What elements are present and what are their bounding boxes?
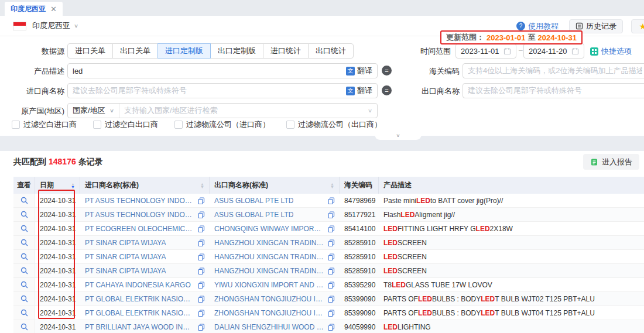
view-magnifier-icon[interactable] [20, 309, 28, 317]
copy-icon[interactable] [198, 211, 205, 218]
exporter-link[interactable]: ZHONGSHAN TONGJIUZHOU INTERNA... [214, 309, 324, 317]
origin-country-select-group[interactable]: 国家/地区 ∨ 支持输入国家/地区进行检索 ∨ [67, 103, 378, 118]
exporter-link[interactable]: DALIAN SHENGZHIHUI WOOD INDUST... [214, 323, 324, 331]
enter-report-button[interactable]: 进入报告 [583, 154, 639, 170]
checkbox-icon[interactable] [286, 121, 294, 129]
exporter-link[interactable]: HANGZHOU XINGCAN TRADING CO LTD [214, 253, 324, 261]
view-cell[interactable] [13, 320, 35, 333]
copy-icon[interactable] [328, 310, 335, 317]
copy-icon[interactable] [328, 197, 335, 204]
importer-link[interactable]: PT GLOBAL ELEKTRIK NASIONAL [85, 309, 194, 317]
column-header-date[interactable]: 日期 ▲▼ [35, 177, 80, 194]
filter-checkbox[interactable]: 过滤空白进口商 [12, 119, 77, 130]
importer-exact-match-toggle-icon[interactable]: = [382, 85, 392, 95]
customs-code-input[interactable]: 支持4位以上海关编码，或2位海关编码加上产品描述、企业名称的任意信息 [463, 63, 644, 78]
view-magnifier-icon[interactable] [20, 295, 28, 303]
copy-icon[interactable] [198, 324, 205, 331]
column-header-exporter[interactable]: 出口商名称(标准) ▲▼ [210, 177, 340, 194]
favorite-button[interactable]: ★ [631, 19, 644, 33]
quick-options-link[interactable]: 快捷选项 [590, 46, 632, 57]
view-magnifier-icon[interactable] [20, 239, 28, 246]
view-cell[interactable] [13, 208, 35, 221]
view-cell[interactable] [13, 264, 35, 277]
country-page-tab[interactable]: 印度尼西亚 ✕ [5, 2, 63, 16]
view-cell[interactable] [13, 292, 35, 305]
exporter-link[interactable]: HANGZHOU XINGCAN TRADING CO LTD [214, 267, 324, 275]
chevron-down-icon[interactable]: ∨ [74, 23, 78, 29]
filter-checkbox[interactable]: 过滤空白出口商 [93, 119, 158, 130]
checkbox-icon[interactable] [12, 121, 20, 129]
importer-link[interactable]: PT ECOGREEN OLEOCHEMICALS [85, 225, 194, 233]
datasource-tab[interactable]: 进口统计 [263, 43, 309, 59]
date-from-input[interactable]: 2023-11-01 [455, 43, 516, 59]
importer-link[interactable]: PT SINAR CIPTA WIJAYA [85, 239, 166, 247]
importer-link[interactable]: PT ASUS TECHNOLOGY INDONESIA BA... [85, 197, 194, 205]
copy-icon[interactable] [328, 296, 335, 303]
importer-link[interactable]: PT BRILLIANT JAYA WOOD INDUSTRY [85, 323, 194, 331]
importer-name-input[interactable]: 建议去除公司尾部字符或特殊符号 文 翻译 [67, 83, 378, 98]
exporter-link[interactable]: YIWU XIONGXIN IMPORT AND EXPORT... [214, 281, 324, 289]
copy-icon[interactable] [198, 281, 205, 289]
filter-checkbox[interactable]: 过滤物流公司（进口商） [174, 119, 270, 130]
view-magnifier-icon[interactable] [20, 267, 28, 274]
collapse-panel-handle[interactable]: ∨ [375, 131, 422, 140]
copy-icon[interactable] [198, 267, 205, 274]
translate-button[interactable]: 文 翻译 [346, 66, 372, 76]
importer-link[interactable]: PT ASUS TECHNOLOGY INDONESIA BA... [85, 211, 194, 219]
date-to-input[interactable]: 2024-11-20 [523, 43, 584, 59]
copy-icon[interactable] [328, 324, 335, 331]
view-magnifier-icon[interactable] [20, 197, 28, 204]
filter-checkbox[interactable]: 过滤物流公司（出口商） [286, 119, 382, 130]
view-magnifier-icon[interactable] [20, 211, 28, 218]
product-exact-match-toggle-icon[interactable]: = [382, 66, 392, 75]
copy-icon[interactable] [198, 225, 205, 232]
enter-report-label: 进入报告 [602, 157, 632, 167]
close-icon[interactable]: ✕ [50, 5, 57, 13]
exporter-name-input[interactable]: 建议去除公司尾部字符或特殊符号 [463, 83, 644, 98]
importer-link[interactable]: PT SINAR CIPTA WIJAYA [85, 253, 166, 261]
checkbox-icon[interactable] [174, 121, 183, 129]
view-magnifier-icon[interactable] [20, 253, 28, 260]
copy-icon[interactable] [328, 239, 335, 246]
datasource-tab[interactable]: 出口定制版 [210, 43, 263, 59]
column-header-importer[interactable]: 进口商名称(标准) ▲▼ [80, 177, 210, 194]
copy-icon[interactable] [198, 239, 205, 246]
importer-link[interactable]: PT GLOBAL ELEKTRIK NASIONAL [85, 295, 194, 303]
origin-type-select[interactable]: 国家/地区 ∨ [68, 104, 119, 118]
importer-link[interactable]: PT CAHAYA INDONESIA KARGO [85, 281, 191, 289]
datasource-tab[interactable]: 进口定制版 [157, 43, 211, 59]
datasource-tab[interactable]: 进口关单 [67, 43, 113, 59]
copy-icon[interactable] [328, 211, 335, 218]
checkbox-icon[interactable] [93, 121, 101, 129]
exporter-link[interactable]: ASUS GLOBAL PTE LTD [214, 211, 293, 219]
copy-icon[interactable] [328, 267, 335, 274]
view-cell[interactable] [13, 194, 35, 207]
exporter-link[interactable]: ZHONGSHAN TONGJIUZHOU INTERNA... [214, 295, 324, 303]
view-magnifier-icon[interactable] [20, 281, 28, 289]
exporter-name-label: 出口商名称 [404, 86, 460, 97]
view-magnifier-icon[interactable] [20, 323, 28, 331]
view-cell[interactable] [13, 306, 35, 320]
view-cell[interactable] [13, 250, 35, 263]
product-desc-input[interactable]: led 文 翻译 [67, 63, 378, 78]
copy-icon[interactable] [198, 296, 205, 303]
view-magnifier-icon[interactable] [20, 225, 28, 232]
importer-link[interactable]: PT SINAR CIPTA WIJAYA [85, 267, 166, 275]
view-cell[interactable] [13, 222, 35, 235]
copy-icon[interactable] [328, 253, 335, 260]
datasource-tab[interactable]: 出口统计 [308, 43, 354, 59]
copy-icon[interactable] [328, 281, 335, 289]
view-cell[interactable] [13, 236, 35, 249]
tutorial-link[interactable]: ? 使用教程 [516, 21, 559, 32]
view-cell[interactable] [13, 278, 35, 291]
exporter-link[interactable]: ASUS GLOBAL PTE LTD [214, 197, 293, 205]
exporter-link[interactable]: CHONGQING WINWAY IMPORT AND E... [214, 225, 324, 233]
app-window: 印度尼西亚 ✕ 印度尼西亚 ∨ ? 使用教程 历史记录 ★ [0, 0, 644, 333]
datasource-tab[interactable]: 出口关单 [112, 43, 158, 59]
copy-icon[interactable] [198, 310, 205, 317]
translate-button[interactable]: 文 翻译 [346, 85, 372, 96]
copy-icon[interactable] [198, 253, 205, 260]
exporter-link[interactable]: HANGZHOU XINGCAN TRADING CO LTD [214, 239, 324, 247]
copy-icon[interactable] [198, 197, 205, 204]
copy-icon[interactable] [328, 225, 335, 232]
